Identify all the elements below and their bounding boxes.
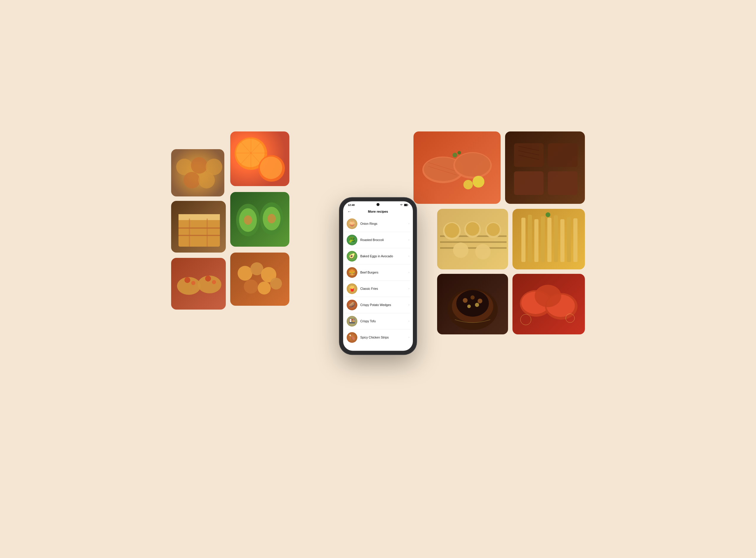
camera-dot [376,203,380,206]
svg-rect-92 [408,204,409,205]
recipe-thumb-beef-burgers: 🍔 [347,267,357,278]
food-card-fried [230,253,289,306]
svg-point-81 [467,305,471,308]
svg-point-62 [487,223,500,236]
svg-point-15 [244,215,252,225]
svg-point-82 [475,303,479,307]
svg-point-60 [466,222,479,236]
svg-point-4 [198,172,215,188]
svg-point-87 [535,285,561,307]
recipe-chevron-spicy-chicken-strips: › [409,336,409,339]
svg-rect-72 [567,217,571,262]
svg-rect-70 [554,215,558,262]
svg-point-79 [470,296,474,300]
nav-bar: ← More recipes [343,208,413,215]
battery-icon [404,204,408,207]
page-title: More recipes [368,210,388,213]
scene: 12:48 [171,102,585,456]
svg-rect-67 [534,219,538,262]
food-card-citrus [230,131,289,186]
svg-rect-48 [548,143,578,167]
recipe-chevron-crispy-potato-wedges: › [409,303,409,306]
food-card-bowl [437,274,508,334]
recipe-thumb-onion-rings: 🧅 [347,218,357,229]
recipe-thumb-spicy-chicken-strips: 🍗 [347,332,357,343]
svg-point-44 [463,180,473,189]
svg-rect-73 [574,218,578,262]
svg-point-64 [475,244,491,259]
svg-point-3 [184,172,200,188]
recipe-chevron-crispy-tofu: › [409,320,409,323]
svg-point-24 [270,278,282,289]
recipe-chevron-baked-eggs-avocado: › [409,255,409,258]
recipe-item-classic-fries[interactable]: 🍟Classic Fries› [345,281,411,297]
svg-point-32 [185,277,190,283]
svg-rect-27 [178,227,220,229]
svg-point-35 [205,276,211,281]
recipe-item-beef-burgers[interactable]: 🍔Beef Burgers› [345,264,411,281]
food-card-cake [171,201,226,253]
svg-point-43 [472,176,484,187]
recipe-item-roasted-broccoli[interactable]: 🥦Roasted Broccoli› [345,232,411,248]
phone-device: 12:48 [340,198,416,354]
svg-point-19 [238,266,252,281]
status-icons [399,204,408,207]
recipe-chevron-classic-fries: › [409,287,409,290]
food-card-bruschetta [171,258,226,310]
svg-rect-29 [189,219,190,247]
svg-rect-68 [541,216,545,262]
svg-point-63 [453,243,468,258]
food-card-spicy [512,274,585,334]
recipe-chevron-beef-burgers: › [409,271,409,274]
food-card-salmon [413,131,501,204]
svg-point-1 [191,157,208,174]
recipe-item-onion-rings[interactable]: 🧅Onion Rings› [345,215,411,232]
svg-point-80 [478,299,482,303]
food-card-steak [505,131,585,204]
svg-rect-66 [528,215,532,262]
svg-rect-49 [514,171,543,195]
recipe-item-crispy-tofu[interactable]: 🍱Crispy Tofu› [345,313,411,329]
svg-point-58 [444,223,459,238]
status-time: 12:48 [348,204,355,206]
food-card-avocado [230,192,289,247]
svg-point-42 [455,153,490,177]
svg-rect-55 [440,241,507,243]
svg-point-88 [520,314,531,325]
recipe-item-baked-eggs-avocado[interactable]: 🥑Baked Eggs in Avocado› [345,248,411,264]
recipe-chevron-onion-rings: › [409,222,409,225]
recipe-name-beef-burgers: Beef Burgers [360,271,409,274]
recipe-thumb-crispy-tofu: 🍱 [347,316,357,326]
svg-point-36 [212,280,216,284]
recipe-name-spicy-chicken-strips: Spicy Chicken Strips [360,335,409,339]
recipe-item-crispy-potato-wedges[interactable]: 🥔Crispy Potato Wedges› [345,297,411,313]
svg-rect-25 [178,219,220,247]
svg-rect-50 [548,171,578,195]
svg-point-45 [453,153,457,157]
recipe-thumb-baked-eggs-avocado: 🥑 [347,251,357,261]
svg-point-22 [244,279,258,294]
svg-rect-91 [404,204,407,206]
recipe-chevron-roasted-broccoli: › [409,238,409,241]
svg-point-74 [545,212,550,217]
recipe-thumb-roasted-broccoli: 🥦 [347,234,357,245]
svg-rect-71 [560,219,564,262]
recipe-item-spicy-chicken-strips[interactable]: 🍗Spicy Chicken Strips› [345,329,411,345]
recipe-name-roasted-broccoli: Roasted Broccoli [360,238,409,242]
svg-point-78 [463,298,467,303]
recipe-name-crispy-potato-wedges: Crispy Potato Wedges [360,303,409,307]
back-button[interactable]: ← [347,209,351,214]
recipe-name-classic-fries: Classic Fries [360,287,409,290]
recipe-list: 🧅Onion Rings›🥦Roasted Broccoli›🥑Baked Eg… [343,215,413,351]
recipe-thumb-classic-fries: 🍟 [347,283,357,294]
food-card-cookies [437,209,508,270]
svg-point-77 [456,290,489,317]
svg-point-12 [260,157,282,179]
recipe-name-crispy-tofu: Crispy Tofu [360,319,409,323]
svg-rect-28 [178,235,220,236]
food-card-chips [512,209,585,270]
svg-rect-56 [440,247,507,249]
svg-point-46 [458,151,461,154]
svg-point-23 [258,281,271,295]
phone-screen: 12:48 [343,201,413,351]
